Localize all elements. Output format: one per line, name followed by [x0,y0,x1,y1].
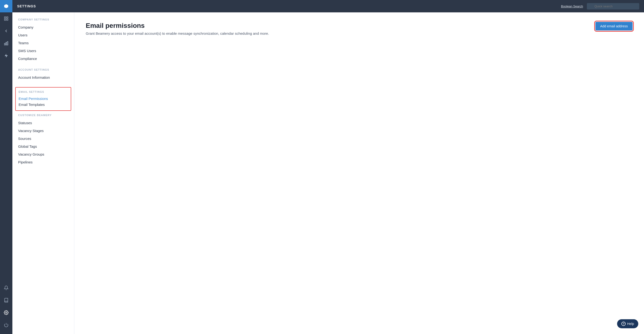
sidebar-item-account-information[interactable]: Account Information [12,73,74,81]
sidebar-item-pipelines[interactable]: Pipelines [12,158,74,166]
account-settings-title: ACCOUNT SETTINGS [12,68,74,71]
page-header: Email permissions Grant Beamery access t… [86,22,632,35]
help-label: Help [627,322,634,326]
main-content: Email permissions Grant Beamery access t… [74,12,644,334]
add-email-button[interactable]: Add email address [596,22,632,30]
customize-beamery-section: CUSTOMIZE BEAMERY Statuses Vacancy Stage… [12,114,74,166]
sidebar-item-users[interactable]: Users [12,31,74,39]
book-icon-button[interactable] [0,294,12,306]
svg-point-9 [6,312,7,313]
bell-icon-button[interactable] [0,282,12,294]
company-settings-title: COMPANY SETTINGS [12,18,74,21]
svg-marker-0 [4,4,8,8]
email-settings-section: EMAIL SETTINGS Email Permissions Email T… [15,87,71,111]
search-wrapper: 🔍 [587,3,639,9]
customize-beamery-title: CUSTOMIZE BEAMERY [12,114,74,117]
sidebar-item-global-tags[interactable]: Global Tags [12,143,74,150]
sidebar-item-sms-users[interactable]: SMS Users [12,47,74,55]
account-settings-section: ACCOUNT SETTINGS Account Information [12,68,74,81]
svg-marker-8 [4,54,8,58]
sidebar-item-email-permissions[interactable]: Email Permissions [18,96,68,102]
sidebar-item-company[interactable]: Company [12,23,74,31]
gear-icon-button[interactable] [0,306,12,319]
boolean-search-button[interactable]: Boolean Search [561,4,583,8]
email-settings-title: EMAIL SETTINGS [18,90,68,93]
top-bar: SETTINGS Boolean Search 🔍 [12,0,644,12]
help-question-icon: ? [621,322,626,326]
sidebar-item-sources[interactable]: Sources [12,135,74,143]
svg-rect-1 [4,17,6,18]
header-text: Email permissions Grant Beamery access t… [86,22,269,35]
back-icon-button[interactable] [0,25,12,37]
svg-rect-6 [6,42,6,45]
chart-icon-button[interactable] [0,37,12,49]
sidebar-item-statuses[interactable]: Statuses [12,119,74,127]
sidebar-item-email-templates[interactable]: Email Templates [18,102,68,108]
sidebar: COMPANY SETTINGS Company Users Teams SMS… [12,12,74,334]
svg-rect-4 [7,19,8,20]
sidebar-item-compliance[interactable]: Compliance [12,55,74,63]
svg-rect-7 [7,42,8,45]
svg-rect-2 [7,17,8,18]
icon-bar [0,0,12,334]
sidebar-item-vacancy-stages[interactable]: Vacancy Stages [12,127,74,135]
help-button[interactable]: ? Help [617,319,638,328]
power-icon-button[interactable] [0,319,12,331]
lightning-icon-button[interactable] [0,49,12,62]
svg-rect-3 [4,19,6,20]
quick-search-input[interactable] [587,3,639,9]
email-permissions-description: Grant Beamery access to your email accou… [86,31,269,35]
page-title: SETTINGS [17,4,561,8]
svg-rect-5 [4,43,5,45]
grid-icon-button[interactable] [0,12,12,25]
email-permissions-title: Email permissions [86,22,269,29]
company-settings-section: COMPANY SETTINGS Company Users Teams SMS… [12,18,74,63]
sidebar-item-teams[interactable]: Teams [12,39,74,47]
logo-button[interactable] [0,0,12,12]
sidebar-item-vacancy-groups[interactable]: Vacancy Groups [12,150,74,158]
